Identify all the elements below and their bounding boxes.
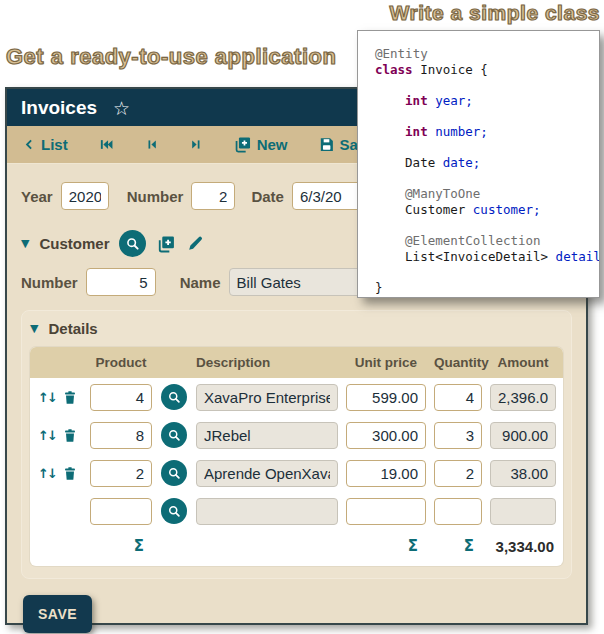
amount-field	[490, 422, 556, 449]
details-section: ▼ Details Product Description Unit price…	[21, 310, 572, 579]
new-plus-icon	[233, 135, 252, 154]
details-grid: Product Description Unit price Quantity …	[30, 347, 563, 566]
delete-row-icon[interactable]	[62, 465, 82, 482]
list-button[interactable]: List	[23, 136, 68, 153]
code-line: int year;	[375, 93, 599, 109]
details-section-label: Details	[48, 320, 97, 337]
description-field	[196, 384, 338, 411]
grid-header-row: Product Description Unit price Quantity …	[30, 347, 563, 378]
code-line: }	[375, 280, 599, 296]
customer-number-input[interactable]	[86, 268, 156, 296]
collapse-triangle-icon: ▼	[21, 237, 29, 250]
year-label: Year	[21, 188, 53, 205]
customer-section-label: Customer	[39, 235, 109, 252]
table-row-empty	[30, 492, 563, 530]
code-line	[375, 77, 599, 93]
code-line: List<InvoiceDetail> details;	[375, 249, 599, 265]
next-record-icon	[189, 137, 203, 152]
delete-row-icon[interactable]	[62, 427, 82, 444]
customer-edit-pencil-icon[interactable]	[186, 234, 205, 253]
product-search-button[interactable]	[161, 498, 187, 524]
product-search-button[interactable]	[161, 460, 187, 486]
move-row-icon[interactable]: ↑↓	[38, 466, 54, 481]
new-button-label: New	[257, 136, 288, 153]
customer-name-label: Name	[180, 274, 221, 291]
details-section-header[interactable]: ▼ Details	[30, 320, 563, 337]
code-line: @ManyToOne	[375, 186, 599, 202]
code-line: @Entity	[375, 46, 599, 62]
amount-field	[490, 460, 556, 487]
year-input[interactable]	[61, 182, 109, 210]
number-input[interactable]	[191, 182, 235, 210]
unit-price-input[interactable]	[346, 422, 426, 449]
caption-ready-app: Get a ready-to-use application	[6, 44, 336, 70]
description-field	[196, 498, 338, 525]
amount-field	[490, 498, 556, 525]
code-line: @ElementCollection	[375, 233, 599, 249]
product-search-button[interactable]	[161, 384, 187, 410]
customer-number-label: Number	[21, 274, 78, 291]
col-header-product: Product	[90, 355, 152, 370]
product-input[interactable]	[90, 384, 152, 411]
code-line: class Invoice {	[375, 62, 599, 78]
code-line: Date date;	[375, 155, 599, 171]
new-button[interactable]: New	[233, 135, 288, 154]
number-label: Number	[127, 188, 184, 205]
grid-totals-row: Σ Σ Σ 3,334.00	[30, 530, 563, 562]
quantity-input[interactable]	[434, 460, 482, 487]
product-input[interactable]	[90, 498, 152, 525]
table-row: ↑↓	[30, 416, 563, 454]
previous-record-icon	[145, 137, 159, 152]
code-line	[375, 140, 599, 156]
first-record-icon	[98, 137, 115, 152]
first-record-button[interactable]	[98, 137, 115, 152]
code-line	[375, 218, 599, 234]
customer-search-button[interactable]	[119, 230, 146, 257]
col-header-quantity: Quantity	[434, 355, 482, 370]
description-field	[196, 460, 338, 487]
save-floppy-icon	[318, 136, 335, 153]
code-line	[375, 264, 599, 280]
sum-sigma-product: Σ	[90, 537, 152, 555]
col-header-unit-price: Unit price	[346, 355, 426, 370]
quantity-input[interactable]	[434, 422, 482, 449]
product-input[interactable]	[90, 422, 152, 449]
date-label: Date	[251, 188, 284, 205]
col-header-description: Description	[196, 355, 338, 370]
product-input[interactable]	[90, 460, 152, 487]
description-field	[196, 422, 338, 449]
sum-sigma-unit-price: Σ	[346, 537, 426, 555]
code-line	[375, 171, 599, 187]
favorite-star-icon[interactable]: ☆	[113, 97, 130, 119]
page-title: Invoices	[21, 97, 97, 119]
code-line: int number;	[375, 124, 599, 140]
unit-price-input[interactable]	[346, 384, 426, 411]
unit-price-input[interactable]	[346, 460, 426, 487]
col-header-amount: Amount	[490, 355, 556, 370]
code-snippet-panel: @Entity class Invoice { int year; int nu…	[357, 30, 600, 298]
quantity-input[interactable]	[434, 384, 482, 411]
product-search-button[interactable]	[161, 422, 187, 448]
table-row: ↑↓	[30, 454, 563, 492]
customer-new-icon[interactable]	[156, 234, 176, 254]
save-button[interactable]: SAVE	[23, 595, 92, 633]
move-row-icon[interactable]: ↑↓	[38, 390, 54, 405]
collapse-triangle-icon: ▼	[30, 322, 38, 335]
total-amount: 3,334.00	[490, 538, 556, 555]
amount-field	[490, 384, 556, 411]
code-line	[375, 108, 599, 124]
quantity-input[interactable]	[434, 498, 482, 525]
table-row: ↑↓	[30, 378, 563, 416]
next-record-button[interactable]	[189, 137, 203, 152]
move-row-icon[interactable]: ↑↓	[38, 428, 54, 443]
previous-record-button[interactable]	[145, 137, 159, 152]
list-button-label: List	[41, 136, 68, 153]
delete-row-icon[interactable]	[62, 389, 82, 406]
code-line: Customer customer;	[375, 202, 599, 218]
unit-price-input[interactable]	[346, 498, 426, 525]
caption-write-class: Write a simple class	[390, 1, 600, 25]
sum-sigma-quantity: Σ	[434, 537, 482, 555]
chevron-left-icon	[23, 137, 36, 152]
